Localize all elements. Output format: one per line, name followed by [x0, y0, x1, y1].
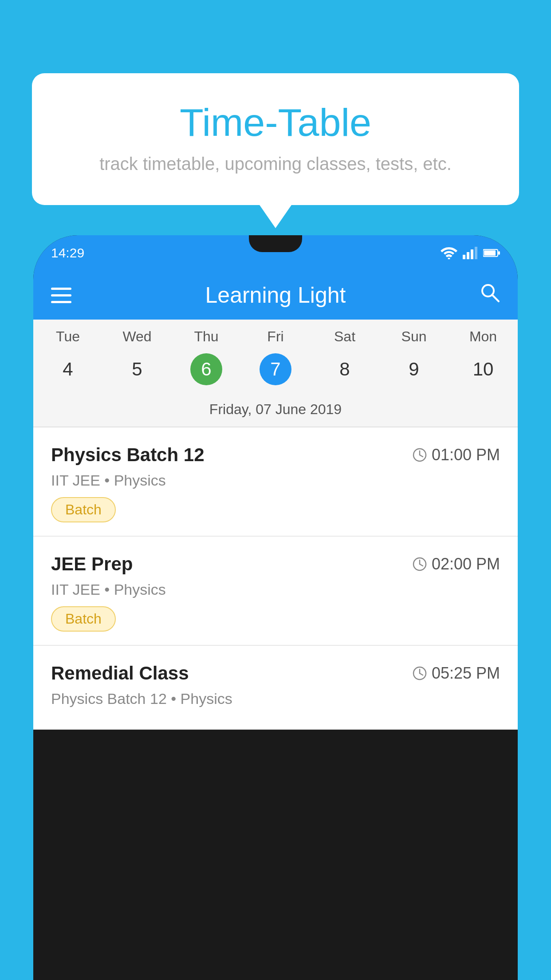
- svg-rect-7: [498, 251, 500, 255]
- day-header-tue: Tue: [33, 328, 102, 345]
- phone-frame: 14:29: [33, 235, 518, 980]
- calendar-day-7-selected[interactable]: 7: [260, 353, 291, 385]
- schedule-item-2-header: JEE Prep 02:00 PM: [51, 553, 500, 575]
- schedule-item-2-time: 02:00 PM: [412, 555, 500, 573]
- schedule-item-2-title: JEE Prep: [51, 553, 133, 575]
- wifi-icon: [441, 247, 457, 259]
- svg-rect-3: [471, 249, 473, 259]
- svg-line-12: [420, 455, 423, 457]
- phone-notch: [249, 235, 302, 252]
- batch-badge-1: Batch: [51, 497, 116, 522]
- calendar-day-8[interactable]: 8: [310, 352, 379, 387]
- day-header-thu: Thu: [172, 328, 241, 345]
- schedule-item-1[interactable]: Physics Batch 12 01:00 PM IIT JEE • Phys…: [33, 427, 518, 537]
- calendar-day-10[interactable]: 10: [449, 352, 518, 387]
- schedule-item-1-time: 01:00 PM: [412, 446, 500, 464]
- svg-line-9: [492, 295, 499, 301]
- tooltip-title: Time-Table: [54, 100, 497, 145]
- day-header-fri: Fri: [241, 328, 310, 345]
- schedule-item-3[interactable]: Remedial Class 05:25 PM Physics Batch 12…: [33, 646, 518, 730]
- tooltip-card: Time-Table track timetable, upcoming cla…: [32, 73, 519, 205]
- calendar-day-6-today[interactable]: 6: [190, 353, 222, 385]
- schedule-item-2[interactable]: JEE Prep 02:00 PM IIT JEE • Physics Batc…: [33, 537, 518, 646]
- svg-rect-2: [467, 252, 469, 259]
- search-icon[interactable]: [480, 282, 500, 308]
- schedule-item-1-header: Physics Batch 12 01:00 PM: [51, 444, 500, 466]
- clock-icon: [412, 447, 427, 462]
- schedule-item-3-header: Remedial Class 05:25 PM: [51, 663, 500, 684]
- svg-rect-1: [463, 255, 465, 259]
- app-bar: Learning Light: [33, 271, 518, 320]
- svg-point-0: [448, 258, 450, 260]
- schedule-item-3-sub: Physics Batch 12 • Physics: [51, 690, 500, 707]
- status-icons: [441, 247, 500, 259]
- schedule-item-1-title: Physics Batch 12: [51, 444, 205, 466]
- svg-rect-4: [475, 247, 477, 259]
- day-header-wed: Wed: [102, 328, 172, 345]
- day-header-mon: Mon: [449, 328, 518, 345]
- battery-icon: [483, 248, 500, 258]
- clock-icon-2: [412, 557, 427, 572]
- schedule-item-3-title: Remedial Class: [51, 663, 189, 684]
- calendar-day-4[interactable]: 4: [33, 352, 102, 387]
- calendar-day-9[interactable]: 9: [379, 352, 449, 387]
- selected-date-label: Friday, 07 June 2019: [33, 396, 518, 427]
- schedule-item-1-sub: IIT JEE • Physics: [51, 472, 500, 489]
- calendar-strip: Tue Wed Thu Fri Sat Sun Mon 4 5 6 7 8 9 …: [33, 320, 518, 427]
- schedule-item-2-sub: IIT JEE • Physics: [51, 581, 500, 598]
- calendar-day-5[interactable]: 5: [102, 352, 172, 387]
- schedule-list: Physics Batch 12 01:00 PM IIT JEE • Phys…: [33, 427, 518, 730]
- status-bar: 14:29: [33, 235, 518, 271]
- day-numbers: 4 5 6 7 8 9 10: [33, 352, 518, 396]
- app-bar-title: Learning Light: [205, 282, 346, 308]
- day-headers: Tue Wed Thu Fri Sat Sun Mon: [33, 328, 518, 352]
- batch-badge-2: Batch: [51, 606, 116, 632]
- svg-line-18: [420, 673, 423, 675]
- svg-line-15: [420, 564, 423, 566]
- hamburger-menu-icon[interactable]: [51, 288, 71, 303]
- tooltip-subtitle: track timetable, upcoming classes, tests…: [54, 154, 497, 174]
- clock-icon-3: [412, 666, 427, 681]
- signal-icon: [463, 247, 478, 259]
- day-header-sun: Sun: [379, 328, 449, 345]
- svg-rect-6: [484, 250, 496, 256]
- status-time: 14:29: [51, 245, 84, 261]
- day-header-sat: Sat: [310, 328, 379, 345]
- schedule-item-3-time: 05:25 PM: [412, 664, 500, 683]
